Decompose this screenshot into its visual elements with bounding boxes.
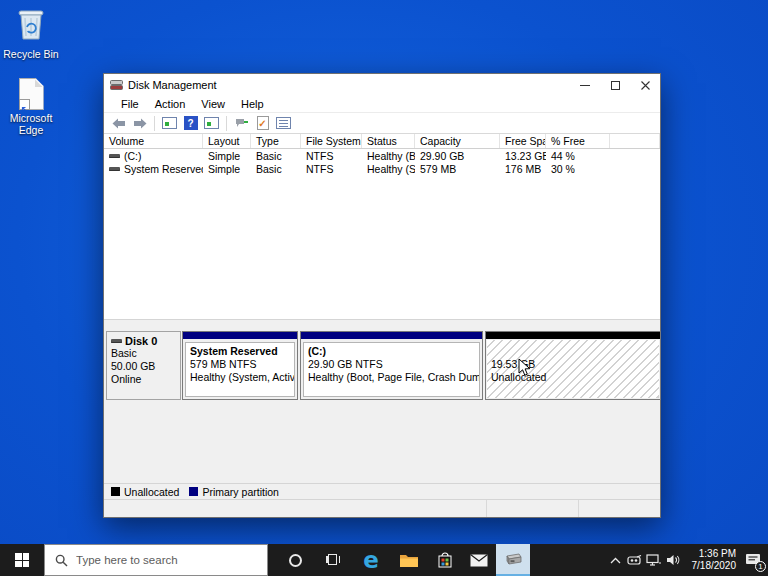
- volume-row-system-reserved[interactable]: System Reserved Simple Basic NTFS Health…: [104, 162, 660, 175]
- partition-system-reserved[interactable]: System Reserved 579 MB NTFS Healthy (Sys…: [182, 331, 298, 400]
- disk-icon: [111, 339, 122, 343]
- volume-capacity: 579 MB: [415, 163, 500, 175]
- primary-partition-strip: [301, 332, 482, 339]
- hardware-icon: [627, 555, 642, 565]
- tray-network-button[interactable]: [644, 544, 663, 576]
- column-status[interactable]: Status: [362, 134, 415, 148]
- volume-pct-free: 44 %: [546, 150, 610, 162]
- volume-layout: Simple: [203, 150, 251, 162]
- chevron-up-icon: [610, 557, 621, 564]
- volume-list: Volume Layout Type File System Status Ca…: [104, 134, 660, 320]
- mouse-cursor: [518, 358, 531, 377]
- menu-file[interactable]: File: [113, 98, 147, 110]
- disk-management-app-icon: [110, 79, 123, 91]
- start-button[interactable]: [0, 544, 44, 576]
- partition-c[interactable]: (C:) 29.90 GB NTFS Healthy (Boot, Page F…: [300, 331, 483, 400]
- legend-label: Unallocated: [124, 486, 179, 498]
- menu-view[interactable]: View: [193, 98, 233, 110]
- volume-capacity: 29.90 GB: [415, 150, 500, 162]
- desktop: Recycle Bin Microsoft Edge Disk Manageme…: [0, 0, 768, 576]
- properties-list-icon[interactable]: [275, 115, 292, 131]
- close-button[interactable]: [630, 74, 660, 96]
- tray-expand-button[interactable]: [606, 544, 625, 576]
- tray-hardware-button[interactable]: [625, 544, 644, 576]
- partition-status: Healthy (Boot, Page File, Crash Dump, Pr…: [308, 371, 479, 384]
- minimize-icon: [580, 85, 590, 86]
- column-capacity[interactable]: Capacity: [415, 134, 500, 148]
- partition-title: (C:): [308, 345, 479, 358]
- status-cell: [486, 500, 578, 517]
- title-bar[interactable]: Disk Management: [104, 74, 660, 96]
- microsoft-edge-shortcut[interactable]: Microsoft Edge: [0, 78, 62, 136]
- system-tray: 1:36 PM 7/18/2020 1: [606, 544, 768, 576]
- column-free-space[interactable]: Free Spa...: [500, 134, 546, 148]
- console-tree-icon[interactable]: [161, 115, 178, 131]
- task-view-icon: [326, 554, 340, 566]
- volume-name: System Reserved: [124, 163, 203, 175]
- column-file-system[interactable]: File System: [301, 134, 362, 148]
- column-pct-free[interactable]: % Free: [546, 134, 610, 148]
- recycle-bin-icon[interactable]: Recycle Bin: [0, 6, 62, 60]
- volume-fs: NTFS: [301, 163, 362, 175]
- forward-icon[interactable]: [131, 115, 148, 131]
- status-cell: [578, 500, 660, 517]
- taskbar-search[interactable]: [44, 544, 268, 576]
- disk0-panel[interactable]: Disk 0 Basic 50.00 GB Online: [106, 331, 181, 400]
- taskbar: 1:36 PM 7/18/2020 1: [0, 544, 768, 576]
- edge-taskbar-button[interactable]: [352, 544, 390, 576]
- column-layout[interactable]: Layout: [203, 134, 251, 148]
- partition-status: Healthy (System, Active, P: [190, 371, 294, 384]
- back-icon[interactable]: [110, 115, 127, 131]
- volume-list-header: Volume Layout Type File System Status Ca…: [104, 134, 660, 149]
- clock[interactable]: 1:36 PM 7/18/2020: [682, 548, 738, 573]
- menu-action[interactable]: Action: [147, 98, 194, 110]
- partition-unallocated[interactable]: 19.53 GB Unallocated: [485, 331, 661, 400]
- action-pane-icon[interactable]: [203, 115, 220, 131]
- partition-title: System Reserved: [190, 345, 294, 358]
- status-bar: [104, 499, 660, 517]
- toolbar-separator: [154, 116, 155, 131]
- task-view-button[interactable]: [314, 544, 352, 576]
- mail-icon: [470, 554, 488, 567]
- minimize-button[interactable]: [570, 74, 600, 96]
- column-type[interactable]: Type: [251, 134, 301, 148]
- search-icon: [55, 554, 68, 567]
- volume-free: 176 MB: [500, 163, 546, 175]
- microsoft-store-icon: [437, 552, 453, 568]
- disk-management-taskbar-button[interactable]: [496, 544, 530, 576]
- volume-pct-free: 30 %: [546, 163, 610, 175]
- disk-status: Online: [111, 373, 180, 386]
- volume-icon: [109, 154, 120, 158]
- speaker-icon: [666, 554, 680, 566]
- volume-name: (C:): [124, 150, 142, 162]
- popup-icon[interactable]: [233, 115, 250, 131]
- volume-icon: [109, 167, 120, 171]
- column-volume[interactable]: Volume: [104, 134, 203, 148]
- cortana-icon: [289, 554, 302, 567]
- partition-size: 579 MB NTFS: [190, 358, 294, 371]
- tray-volume-button[interactable]: [663, 544, 682, 576]
- help-icon[interactable]: [182, 115, 199, 131]
- disk-size: 50.00 GB: [111, 360, 180, 373]
- disk-name: Disk 0: [125, 335, 157, 347]
- window-title: Disk Management: [128, 79, 217, 91]
- disk-management-window: Disk Management File Action View Help: [103, 73, 661, 518]
- file-explorer-button[interactable]: [390, 544, 428, 576]
- cortana-button[interactable]: [276, 544, 314, 576]
- partition-size: 19.53 GB: [491, 358, 659, 371]
- action-center-button[interactable]: 1: [738, 544, 768, 576]
- microsoft-store-button[interactable]: [428, 544, 462, 576]
- maximize-button[interactable]: [600, 74, 630, 96]
- search-input[interactable]: [76, 554, 246, 566]
- menu-help[interactable]: Help: [233, 98, 272, 110]
- close-icon: [641, 81, 650, 90]
- volume-row-c[interactable]: (C:) Simple Basic NTFS Healthy (B... 29.…: [104, 149, 660, 162]
- recycle-bin-label: Recycle Bin: [0, 48, 62, 60]
- mail-button[interactable]: [462, 544, 496, 576]
- check-doc-icon[interactable]: [254, 115, 271, 131]
- legend-unallocated: Unallocated: [111, 486, 179, 498]
- legend-primary-partition: Primary partition: [189, 486, 278, 498]
- volume-status: Healthy (B...: [362, 150, 415, 162]
- legend-bar: Unallocated Primary partition: [104, 483, 660, 499]
- edge-shortcut-label: Microsoft Edge: [0, 112, 62, 136]
